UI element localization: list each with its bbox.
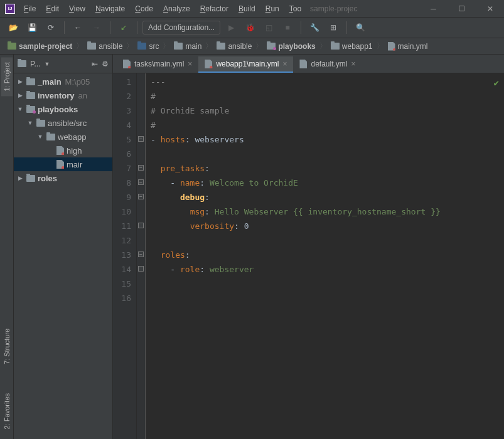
back-icon[interactable]: ←	[70, 19, 86, 36]
menu-refactor[interactable]: Refactor	[195, 2, 233, 16]
pkg-icon	[26, 106, 35, 113]
gear-icon[interactable]: ⚙	[102, 60, 109, 68]
file-red-icon	[56, 160, 64, 169]
pane-title[interactable]: P...	[30, 60, 40, 68]
search-icon[interactable]: 🔍	[352, 19, 368, 36]
tab-project[interactable]: 1: Project	[1, 57, 13, 96]
maximize-button[interactable]: ☐	[448, 0, 476, 18]
minimize-button[interactable]: ─	[419, 0, 448, 18]
forward-icon[interactable]: →	[88, 19, 105, 36]
file-red-icon	[388, 42, 395, 51]
file-red-icon	[56, 146, 64, 155]
tree-row[interactable]: mair	[14, 157, 112, 171]
collapse-icon[interactable]: ⇤	[92, 60, 98, 68]
folder-icon	[46, 134, 55, 140]
file-icon	[205, 60, 212, 68]
folder-icon	[26, 175, 35, 182]
folder-icon	[217, 43, 225, 50]
close-icon[interactable]: ×	[188, 60, 192, 68]
menu-too[interactable]: Too	[284, 2, 306, 16]
fold-icon[interactable]	[138, 223, 144, 228]
fold-icon[interactable]: −	[138, 165, 144, 171]
stop-icon[interactable]: ■	[279, 19, 296, 36]
structure-icon[interactable]: ⊞	[325, 19, 341, 36]
tab-structure[interactable]: 7: Structure	[1, 324, 13, 369]
coverage-icon[interactable]: ◱	[260, 19, 277, 36]
editor-tab[interactable]: webapp1\main.yml×	[198, 56, 293, 73]
wrench-icon[interactable]: 🔧	[306, 19, 323, 36]
fold-strip: −−−−−	[137, 73, 146, 439]
breadcrumb-item[interactable]: webapp1	[328, 42, 375, 51]
tree-row[interactable]: ▼ansible/src	[14, 116, 112, 130]
menu-run[interactable]: Run	[260, 2, 284, 16]
menu-file[interactable]: File	[19, 2, 41, 16]
menu-analyze[interactable]: Analyze	[158, 2, 195, 16]
tree-row[interactable]: ▶inventoryan	[14, 88, 112, 102]
title-bar: IJ FileEditViewNavigateCodeAnalyzeRefact…	[0, 0, 504, 18]
fold-icon[interactable]: −	[138, 136, 144, 142]
pkg-icon	[267, 43, 276, 50]
file-icon	[299, 60, 307, 68]
folder-icon	[18, 60, 26, 67]
fold-icon[interactable]: −	[138, 251, 144, 257]
menu-code[interactable]: Code	[130, 2, 158, 16]
menu-edit[interactable]: Edit	[41, 2, 64, 16]
project-pane: P... ▼ ⇤ ⚙ ▶_mainM:\p05▶inventoryan▼play…	[14, 55, 113, 439]
close-icon[interactable]: ×	[282, 60, 287, 68]
folder-icon	[174, 43, 183, 50]
file-icon	[123, 60, 131, 68]
fold-icon[interactable]	[138, 266, 144, 272]
breadcrumb-item[interactable]: main.yml	[385, 42, 431, 51]
toolbar: 📂 💾 ⟳ ← → ↙ Add Configuration... ▶ 🐞 ◱ ■…	[0, 18, 504, 38]
breadcrumb-item[interactable]: src	[135, 42, 161, 51]
folder-icon	[26, 92, 35, 99]
debug-icon[interactable]: 🐞	[242, 19, 258, 36]
folder-icon	[87, 43, 96, 50]
editor-area: tasks\main.yml×webapp1\main.yml×default.…	[113, 55, 504, 439]
tab-favorites[interactable]: 2: Favorites	[1, 388, 13, 434]
src-icon	[137, 43, 146, 50]
window-title: sample-projec	[310, 4, 357, 13]
close-icon[interactable]: ×	[351, 60, 355, 68]
tree-row[interactable]: ▼webapp	[14, 130, 112, 144]
left-gutter: 1: Project 7: Structure 2: Favorites	[0, 55, 14, 439]
tree-row[interactable]: ▶roles	[14, 171, 112, 185]
editor-tab[interactable]: tasks\main.yml×	[117, 56, 198, 73]
app-icon: IJ	[5, 4, 15, 14]
tree-row[interactable]: ▶_mainM:\p05	[14, 75, 112, 88]
save-icon[interactable]: 💾	[24, 19, 40, 36]
folder-icon	[36, 120, 45, 127]
module-icon	[8, 43, 16, 50]
menu-build[interactable]: Build	[233, 2, 260, 16]
close-button[interactable]: ✕	[476, 0, 504, 18]
open-icon[interactable]: 📂	[5, 19, 21, 36]
tree-row[interactable]: high	[14, 144, 112, 157]
menu-navigate[interactable]: Navigate	[90, 2, 130, 16]
folder-icon	[26, 78, 35, 85]
refresh-icon[interactable]: ⟳	[43, 19, 59, 36]
line-gutter: 12345678910111213141516	[113, 73, 137, 439]
inspection-ok-icon: ✔	[494, 76, 499, 90]
breadcrumb-item[interactable]: playbooks	[264, 42, 318, 51]
breadcrumb-item[interactable]: ansible	[214, 42, 254, 51]
breadcrumb-item[interactable]: ansible	[85, 42, 125, 51]
fold-icon[interactable]: −	[138, 179, 144, 185]
build-icon[interactable]: ↙	[115, 19, 132, 36]
run-config-combo[interactable]: Add Configuration...	[142, 21, 220, 34]
breadcrumb: sample-project〉ansible〉src〉main〉ansible〉…	[0, 38, 504, 55]
run-icon[interactable]: ▶	[223, 19, 239, 36]
tree-row[interactable]: ▼playbooks	[14, 102, 112, 116]
breadcrumb-item[interactable]: main	[171, 42, 204, 51]
breadcrumb-item[interactable]: sample-project	[5, 42, 75, 51]
folder-icon	[331, 43, 340, 50]
fold-icon[interactable]: −	[138, 194, 144, 199]
editor-tab[interactable]: default.yml×	[293, 56, 362, 73]
code-editor[interactable]: ✔ ---## OrchidE sample#- hosts: webserve…	[146, 73, 504, 439]
menu-view[interactable]: View	[64, 2, 90, 16]
